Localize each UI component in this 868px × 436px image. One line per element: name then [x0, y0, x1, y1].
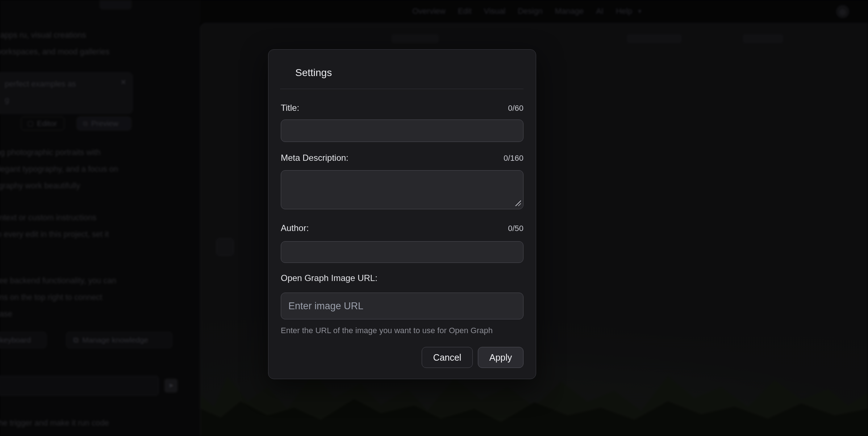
author-counter: 0/50 [508, 224, 523, 233]
title-counter: 0/60 [508, 104, 523, 113]
meta-description-textarea[interactable] [281, 170, 523, 209]
settings-dialog: Settings Title: 0/60 Meta Description: 0… [268, 49, 536, 379]
divider [280, 89, 523, 89]
meta-description-label: Meta Description: [281, 153, 349, 163]
apply-button[interactable]: Apply [478, 347, 523, 368]
author-label: Author: [281, 223, 309, 233]
dialog-title: Settings [295, 66, 523, 79]
title-input[interactable] [281, 120, 523, 142]
og-image-url-label: Open Graph Image URL: [281, 273, 377, 283]
og-image-url-input[interactable] [281, 293, 523, 319]
author-input[interactable] [281, 241, 523, 263]
cancel-button[interactable]: Cancel [422, 347, 473, 368]
title-label: Title: [281, 103, 299, 113]
meta-description-counter: 0/160 [504, 154, 523, 163]
og-image-url-helper: Enter the URL of the image you want to u… [281, 326, 523, 335]
